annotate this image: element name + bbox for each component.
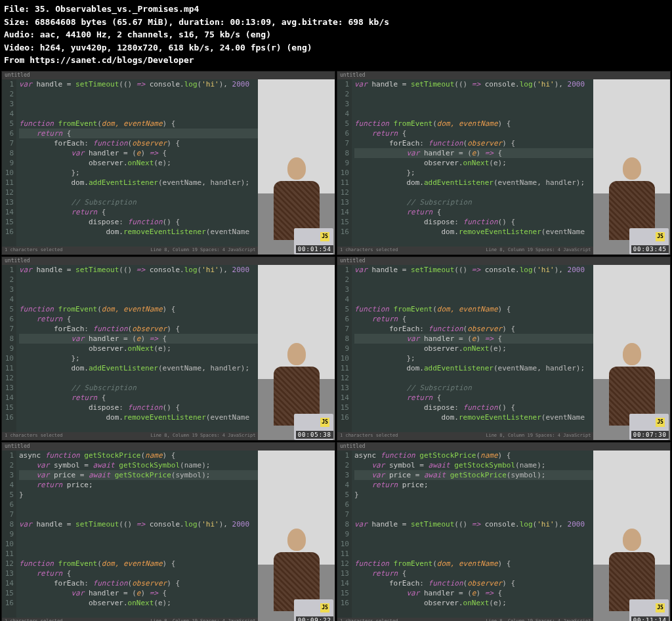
status-right: Line 8, Column 19 Spaces: 4 JavaScript (486, 433, 591, 439)
editor-tab: untitled (2, 443, 335, 451)
video-thumbnail[interactable]: untitled 12345678910111213141516 async f… (1, 442, 335, 622)
code-line (19, 373, 258, 383)
code-line: var symbol = await getStockSymbol(name); (354, 460, 593, 470)
status-left: 1 characters selected (340, 247, 398, 254)
line-number: 2 (2, 460, 14, 470)
code-line: forEach: function(observer) { (354, 138, 593, 148)
code-line: return { (19, 314, 258, 324)
code-area: var handle = setTimeout(() => console.lo… (16, 265, 258, 432)
presenter-panel: JS (593, 265, 670, 440)
editor-tab: untitled (2, 257, 335, 265)
line-number: 7 (337, 510, 349, 519)
code-line: return { (354, 129, 593, 138)
video-thumbnail[interactable]: untitled 12345678910111213141516 var han… (337, 256, 671, 441)
line-number: 2 (337, 89, 349, 99)
code-line: var handler = (e) => { (19, 148, 258, 158)
gutter: 12345678910111213141516 (337, 451, 352, 618)
code-line: return { (19, 569, 258, 578)
status-left: 1 characters selected (5, 433, 63, 439)
code-line (19, 529, 258, 539)
line-number: 11 (2, 363, 14, 373)
line-number: 8 (337, 519, 349, 529)
line-number: 6 (337, 500, 349, 510)
gutter: 12345678910111213141516 (2, 265, 16, 432)
code-line (354, 109, 593, 119)
code-editor: 12345678910111213141516 var handle = set… (337, 79, 593, 247)
code-line: // Subscription (19, 383, 258, 393)
code-line (354, 294, 593, 304)
code-line: observer.onNext(e); (19, 598, 258, 608)
code-line: observer.onNext(e); (354, 158, 593, 168)
code-line: dom.addEventListener(eventName, handler)… (19, 363, 258, 373)
code-editor: 12345678910111213141516 var handle = set… (2, 265, 258, 432)
code-line: var handler = (e) => { (354, 334, 593, 344)
audio-value: aac, 44100 Hz, 2 channels, s16, 75 kb/s … (40, 30, 271, 39)
presenter-panel: JS (593, 451, 670, 622)
code-line (354, 285, 593, 294)
timestamp-badge: 00:11:14 (631, 616, 669, 622)
code-area: var handle = setTimeout(() => console.lo… (352, 79, 593, 247)
line-number: 7 (337, 138, 349, 148)
code-line: return { (19, 129, 258, 138)
duration-label: duration: (178, 17, 224, 27)
line-number: 14 (2, 393, 14, 403)
line-number: 10 (337, 168, 349, 178)
code-line: var handle = setTimeout(() => console.lo… (19, 79, 258, 89)
line-number: 9 (337, 158, 349, 168)
code-line: return price; (19, 480, 258, 490)
line-number: 15 (2, 588, 14, 598)
code-line: function fromEvent(dom, eventName) { (19, 559, 258, 569)
video-thumbnail[interactable]: untitled 12345678910111213141516 var han… (1, 71, 335, 255)
code-line: observer.onNext(e); (19, 158, 258, 168)
code-line (19, 188, 258, 197)
line-number: 3 (337, 99, 349, 109)
code-line: var handler = (e) => { (19, 588, 258, 598)
line-number: 9 (337, 344, 349, 353)
video-thumbnail[interactable]: untitled 12345678910111213141516 var han… (1, 256, 335, 441)
code-line (354, 500, 593, 510)
code-line (354, 275, 593, 285)
line-number: 8 (337, 334, 349, 344)
code-line: function fromEvent(dom, eventName) { (354, 119, 593, 129)
video-thumbnail[interactable]: untitled 12345678910111213141516 async f… (337, 442, 671, 622)
line-number: 2 (2, 89, 14, 99)
line-number: 12 (337, 559, 349, 569)
line-number: 12 (2, 373, 14, 383)
code-line: }; (19, 353, 258, 363)
code-line (19, 510, 258, 519)
code-line: dom.addEventListener(eventName, handler)… (19, 178, 258, 188)
line-number: 9 (2, 529, 14, 539)
status-bar: 1 characters selected Line 8, Column 19 … (337, 432, 593, 440)
code-line: dispose: function() { (354, 403, 593, 412)
code-line: return { (19, 393, 258, 403)
code-line (19, 294, 258, 304)
video-thumbnail[interactable]: untitled 12345678910111213141516 var han… (337, 71, 671, 255)
line-number: 8 (2, 334, 14, 344)
line-number: 14 (337, 393, 349, 403)
code-line: dispose: function() { (354, 217, 593, 227)
code-line (354, 539, 593, 549)
code-line: } (19, 490, 258, 500)
code-line: var handle = setTimeout(() => console.lo… (354, 265, 593, 275)
from-label: From (4, 55, 24, 65)
code-area: var handle = setTimeout(() => console.lo… (16, 79, 258, 247)
status-left: 1 characters selected (340, 618, 398, 622)
line-number: 12 (337, 373, 349, 383)
code-line (354, 549, 593, 559)
line-number: 5 (337, 119, 349, 129)
line-number: 12 (2, 559, 14, 569)
code-editor: 12345678910111213141516 async function g… (2, 451, 258, 618)
code-line: return { (354, 569, 593, 578)
code-line (19, 89, 258, 99)
line-number: 3 (2, 470, 14, 480)
timestamp-badge: 00:05:38 (296, 431, 333, 439)
js-sticker-icon: JS (320, 603, 329, 612)
code-line: dom.addEventListener(eventName, handler)… (354, 363, 593, 373)
status-left: 1 characters selected (340, 433, 398, 439)
status-right: Line 8, Column 19 Spaces: 4 JavaScript (150, 618, 255, 622)
js-sticker-icon: JS (656, 232, 665, 241)
line-number: 16 (2, 227, 14, 237)
line-number: 7 (337, 324, 349, 334)
line-number: 14 (337, 578, 349, 588)
status-bar: 1 characters selected Line 8, Column 19 … (2, 618, 258, 622)
